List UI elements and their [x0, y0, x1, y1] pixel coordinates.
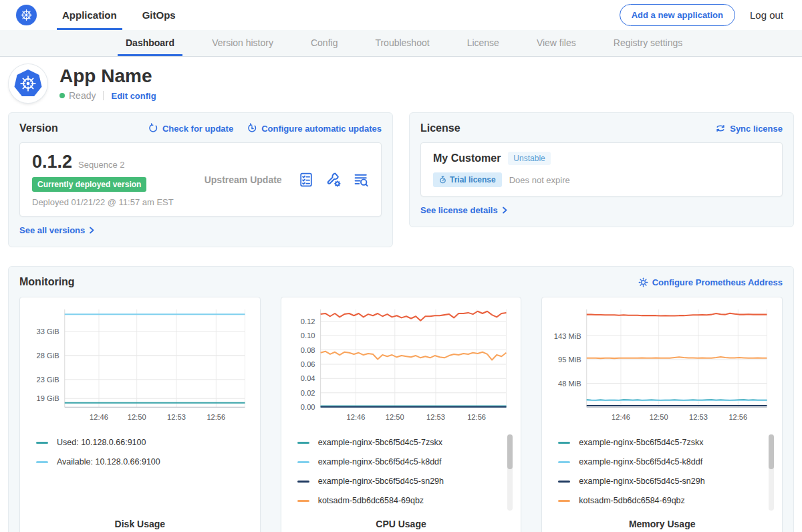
legend-label: Available: 10.128.0.66:9100 — [57, 457, 160, 467]
subnav-registry-settings[interactable]: Registry settings — [614, 30, 682, 56]
top-nav: Application GitOps Add a new application… — [0, 0, 802, 30]
legend-item[interactable]: example-nginx-5bc6f5d4c5-k8ddf — [558, 452, 774, 472]
configure-automatic-updates-label: Configure automatic updates — [261, 124, 382, 134]
see-all-versions-link[interactable]: See all versions — [19, 225, 95, 235]
view-diff-button[interactable] — [353, 172, 369, 188]
sync-arrows-icon — [715, 123, 726, 134]
legend-item[interactable]: example-nginx-5bc6f5d4c5-k8ddf — [297, 452, 513, 472]
legend-item[interactable]: Available: 10.128.0.66:9100 — [36, 452, 252, 472]
log-search-icon — [353, 172, 369, 188]
version-source: Upstream Update — [205, 174, 282, 185]
configure-automatic-updates-link[interactable]: Configure automatic updates — [247, 123, 382, 134]
tab-gitops[interactable]: GitOps — [142, 0, 176, 30]
license-type-row: Trial license Does not expire — [433, 172, 770, 187]
legend-color-dash — [36, 442, 48, 444]
legend-color-dash — [297, 442, 309, 444]
license-expiry: Does not expire — [509, 175, 570, 185]
svg-text:12:46: 12:46 — [346, 413, 365, 421]
deployed-badge: Currently deployed version — [32, 177, 146, 192]
legend-scrollbar-track[interactable] — [507, 434, 513, 511]
memory-usage-legend: example-nginx-5bc6f5d4c5-7zskxexample-ng… — [550, 433, 774, 512]
edit-config-button[interactable] — [325, 172, 342, 188]
license-panel: My Customer Unstable Trial license Does … — [420, 142, 783, 196]
version-card: Version Check for update — [8, 112, 393, 247]
configure-prometheus-link[interactable]: Configure Prometheus Address — [638, 277, 783, 287]
memory-usage-chart: 12:4612:5012:5312:5648 MiB95 MiB143 MiB — [550, 304, 774, 425]
preflight-checks-button[interactable] — [298, 172, 314, 188]
memory-usage-chart-card: 12:4612:5012:5312:5648 MiB95 MiB143 MiB … — [541, 297, 783, 532]
legend-label: example-nginx-5bc6f5d4c5-k8ddf — [579, 457, 702, 467]
legend-scrollbar-thumb[interactable] — [507, 434, 513, 469]
legend-item[interactable]: example-nginx-5bc6f5d4c5-7zskx — [297, 433, 513, 452]
legend-item[interactable]: kotsadm-5db6dc6584-69qbz — [558, 491, 774, 511]
legend-item[interactable]: kotsadm-5db6dc6584-69qbz — [297, 491, 513, 511]
gear-icon — [638, 277, 648, 287]
svg-text:0.10: 0.10 — [301, 331, 315, 340]
logout-link[interactable]: Log out — [750, 9, 783, 21]
legend-scrollbar-thumb[interactable] — [769, 434, 774, 469]
check-for-update-link[interactable]: Check for update — [148, 123, 233, 134]
legend-label: example-nginx-5bc6f5d4c5-7zskx — [318, 438, 442, 447]
legend-color-dash — [297, 461, 309, 463]
legend-item[interactable]: example-nginx-5bc6f5d4c5-sn29h — [558, 472, 774, 491]
subnav-troubleshoot[interactable]: Troubleshoot — [375, 30, 429, 56]
status-text: Ready — [69, 90, 96, 101]
legend-color-dash — [558, 442, 570, 444]
legend-color-dash — [558, 461, 570, 463]
tab-application[interactable]: Application — [62, 0, 117, 30]
legend-item[interactable]: example-nginx-5bc6f5d4c5-7zskx — [558, 433, 774, 452]
svg-text:19 GiB: 19 GiB — [37, 394, 59, 402]
svg-text:0.02: 0.02 — [301, 389, 315, 397]
version-actions — [298, 172, 369, 188]
subnav-license[interactable]: License — [467, 30, 499, 56]
see-all-versions-label: See all versions — [19, 225, 85, 235]
svg-text:12:50: 12:50 — [650, 413, 668, 421]
svg-text:12:50: 12:50 — [128, 413, 146, 421]
chart-title: Memory Usage — [550, 512, 774, 529]
cpu-usage-legend: example-nginx-5bc6f5d4c5-7zskxexample-ng… — [289, 433, 513, 512]
cpu-usage-chart: 12:4612:5012:5312:560.000.020.040.060.08… — [289, 304, 513, 425]
version-number: 0.1.2 — [32, 152, 72, 172]
svg-text:0.04: 0.04 — [301, 374, 315, 382]
check-for-update-label: Check for update — [162, 124, 233, 134]
top-cards-row: Version Check for update — [8, 112, 794, 247]
customer-row: My Customer Unstable — [433, 152, 770, 165]
sync-license-link[interactable]: Sync license — [715, 123, 783, 134]
license-card-title: License — [420, 122, 460, 134]
legend-item[interactable]: example-nginx-5bc6f5d4c5-sn29h — [297, 472, 513, 491]
legend-color-dash — [558, 481, 570, 483]
svg-text:23 GiB: 23 GiB — [37, 376, 59, 384]
svg-text:12:56: 12:56 — [207, 413, 225, 421]
legend-item[interactable]: Used: 10.128.0.66:9100 — [36, 433, 252, 452]
subnav-config[interactable]: Config — [311, 30, 338, 56]
kubernetes-app-icon — [13, 68, 43, 99]
svg-text:33 GiB: 33 GiB — [37, 327, 59, 336]
version-card-title: Version — [19, 122, 58, 134]
see-license-details-label: See license details — [420, 205, 498, 215]
subnav-version-history[interactable]: Version history — [212, 30, 273, 56]
charts-row: 12:4612:5012:5312:5619 GiB23 GiB28 GiB33… — [19, 297, 783, 532]
cpu-usage-chart-card: 12:4612:5012:5312:560.000.020.040.060.08… — [281, 297, 522, 532]
trial-license-badge: Trial license — [433, 172, 502, 187]
app-status-row: Ready Edit config — [59, 90, 156, 101]
svg-text:0.12: 0.12 — [301, 317, 315, 325]
see-license-details-link[interactable]: See license details — [420, 205, 508, 215]
version-info: 0.1.2 Sequence 2 Currently deployed vers… — [32, 152, 174, 207]
subnav-dashboard[interactable]: Dashboard — [126, 30, 174, 56]
subnav-view-files[interactable]: View files — [537, 30, 576, 56]
monitoring-head: Monitoring Configure Prometheus Address — [19, 276, 783, 288]
edit-config-link[interactable]: Edit config — [111, 91, 156, 101]
chart-title: CPU Usage — [289, 512, 513, 529]
kubernetes-logo[interactable] — [16, 5, 37, 25]
chevron-right-icon — [88, 227, 95, 234]
trial-license-label: Trial license — [450, 175, 496, 184]
svg-text:12:56: 12:56 — [467, 413, 486, 421]
svg-text:95 MiB: 95 MiB — [558, 356, 581, 364]
app-header: App Name Ready Edit config — [0, 57, 802, 112]
add-application-button[interactable]: Add a new application — [620, 4, 735, 26]
configure-prometheus-label: Configure Prometheus Address — [652, 277, 783, 287]
page-title: App Name — [59, 66, 156, 87]
version-sequence: Sequence 2 — [78, 160, 124, 170]
legend-scrollbar-track[interactable] — [769, 434, 774, 511]
legend-label: kotsadm-5db6dc6584-69qbz — [579, 496, 684, 505]
